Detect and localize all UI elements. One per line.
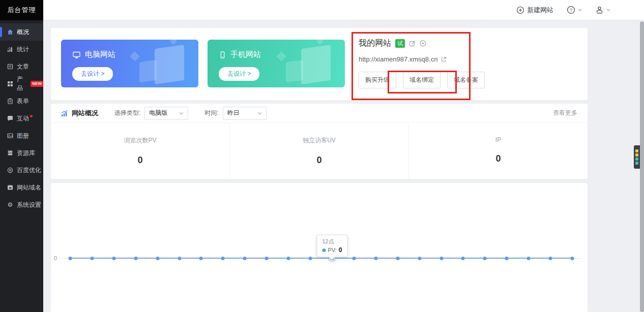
data-point-7点[interactable] <box>221 257 225 260</box>
seo-icon <box>7 167 13 173</box>
data-point-11点[interactable] <box>309 257 312 260</box>
card-decoration <box>286 60 303 83</box>
sidebar-item-label: 系统设置 <box>17 201 41 209</box>
data-point-8点[interactable] <box>243 257 247 260</box>
sidebar-item-label: 网站域名 <box>17 183 41 192</box>
new-site-label: 新建网站 <box>527 6 553 15</box>
trial-badge: 试 <box>395 39 405 48</box>
sidebar-item-products[interactable]: 产品 NEW <box>0 75 43 92</box>
tooltip-value: 0 <box>339 246 342 254</box>
home-icon <box>7 29 13 35</box>
buy-upgrade-button[interactable]: 购买升级 <box>359 72 396 88</box>
data-point-22点[interactable] <box>549 257 552 260</box>
sidebar-item-articles[interactable]: 文章 <box>0 58 43 75</box>
type-select-label: 选择类型: <box>114 109 140 117</box>
sidebar-item-resources[interactable]: 资源库 <box>0 144 43 162</box>
overview-title: 网站概况 <box>72 109 98 118</box>
data-point-5点[interactable] <box>178 257 181 260</box>
user-menu[interactable] <box>595 6 610 14</box>
time-select[interactable]: 昨日 <box>223 107 267 120</box>
view-more-link[interactable]: 查看更多 <box>553 109 577 117</box>
series-dot-icon <box>322 248 326 252</box>
data-point-17点[interactable] <box>440 257 443 260</box>
data-point-2点[interactable] <box>112 257 115 260</box>
sidebar-item-label: 资源库 <box>17 149 35 158</box>
chart-line <box>70 258 572 259</box>
sidebar-item-label: 文章 <box>17 63 29 71</box>
pc-site-card[interactable]: 电脑网站 去设计 > <box>61 40 198 87</box>
data-point-3点[interactable] <box>134 257 137 260</box>
pc-card-title: 电脑网站 <box>85 50 115 59</box>
feedback-side-widget[interactable] <box>634 145 640 169</box>
pv-line-chart: 0 12点 PV: 0 <box>51 183 588 312</box>
data-point-14点[interactable] <box>374 257 377 260</box>
monitor-icon <box>72 51 81 59</box>
overview-panel: 网站概况 选择类型: 电脑版 时间: 昨日 查看更多 浏览次数PV <box>51 104 588 179</box>
data-point-16点[interactable] <box>418 257 421 260</box>
data-point-4点[interactable] <box>156 257 159 260</box>
chevron-down-icon <box>179 112 184 115</box>
my-site-section: 我的网站 试 http://xiamen987.xmsq8.cn 购买升级 域名… <box>359 38 485 88</box>
new-site-button[interactable]: 新建网站 <box>516 6 553 15</box>
gear-icon: ⚙ <box>7 202 13 208</box>
sidebar-item-interaction[interactable]: 互动 <box>0 110 43 127</box>
domain-bind-button[interactable]: 域名绑定 <box>403 72 441 88</box>
data-point-23点[interactable] <box>571 257 574 260</box>
domain-record-button[interactable]: 域名备案 <box>447 72 485 88</box>
card-decoration <box>139 60 157 83</box>
data-point-21点[interactable] <box>527 257 531 260</box>
mobile-design-button[interactable]: 去设计 > <box>219 67 259 81</box>
sidebar-item-label: 图册 <box>17 132 29 140</box>
sidebar: 后台管理 概况 统计 文章 产品 NEW <box>0 0 43 312</box>
type-select[interactable]: 电脑版 <box>144 107 188 120</box>
stat-value: 0 <box>230 155 408 166</box>
data-point-6点[interactable] <box>199 257 203 260</box>
stat-pv: 浏览次数PV 0 <box>51 123 229 178</box>
phone-icon <box>219 51 226 59</box>
type-select-value: 电脑版 <box>149 109 167 117</box>
plus-circle-icon <box>516 6 524 14</box>
article-icon <box>7 64 13 70</box>
mobile-site-card[interactable]: 手机网站 去设计 > <box>208 40 345 87</box>
time-select-label: 时间: <box>204 109 218 117</box>
chevron-down-icon <box>606 9 610 11</box>
data-point-20点[interactable] <box>505 257 509 260</box>
app-logo: 后台管理 <box>0 0 43 20</box>
help-menu[interactable]: ? <box>567 6 582 14</box>
album-icon <box>7 133 13 139</box>
data-point-10点[interactable] <box>287 257 290 260</box>
new-badge: NEW <box>31 81 43 87</box>
pc-design-button[interactable]: 去设计 > <box>72 67 113 81</box>
scrollbar-thumb[interactable] <box>640 21 644 312</box>
topbar: 新建网站 ? <box>43 0 644 20</box>
sidebar-item-settings[interactable]: ⚙ 系统设置 <box>0 196 43 213</box>
data-point-0点[interactable] <box>69 257 72 260</box>
sidebar-item-forms[interactable]: 表单 <box>0 92 43 110</box>
sidebar-item-label: 统计 <box>17 45 29 54</box>
data-point-9点[interactable] <box>265 257 269 260</box>
sidebar-item-baidu-seo[interactable]: 百度优化 <box>0 162 43 179</box>
edit-icon[interactable] <box>409 40 416 47</box>
sidebar-item-overview[interactable]: 概况 <box>0 23 43 41</box>
sidebar-item-stats[interactable]: 统计 <box>0 41 43 58</box>
data-point-19点[interactable] <box>483 257 487 260</box>
stat-value: 0 <box>51 155 229 166</box>
y-axis-tick: 0 <box>54 255 57 261</box>
data-point-15点[interactable] <box>396 257 399 260</box>
widget-glyph <box>635 149 638 152</box>
data-point-18点[interactable] <box>461 257 465 260</box>
card-decoration <box>316 40 324 45</box>
data-point-1点[interactable] <box>90 257 94 260</box>
circle-plus-icon[interactable] <box>420 40 426 47</box>
stat-value: 0 <box>409 153 588 164</box>
sidebar-item-albums[interactable]: 图册 <box>0 127 43 144</box>
site-url[interactable]: http://xiamen987.xmsq8.cn <box>359 55 437 63</box>
data-point-13点[interactable] <box>352 257 356 260</box>
svg-text:?: ? <box>570 8 572 13</box>
sidebar-item-label: 互动 <box>17 114 29 123</box>
chart-panel: 0 12点 PV: 0 <box>51 183 588 312</box>
external-link-icon[interactable] <box>441 56 447 63</box>
sidebar-item-label: 表单 <box>17 97 29 106</box>
sidebar-item-label: 百度优化 <box>17 166 41 175</box>
sidebar-item-domain[interactable]: w 网站域名 <box>0 179 43 196</box>
